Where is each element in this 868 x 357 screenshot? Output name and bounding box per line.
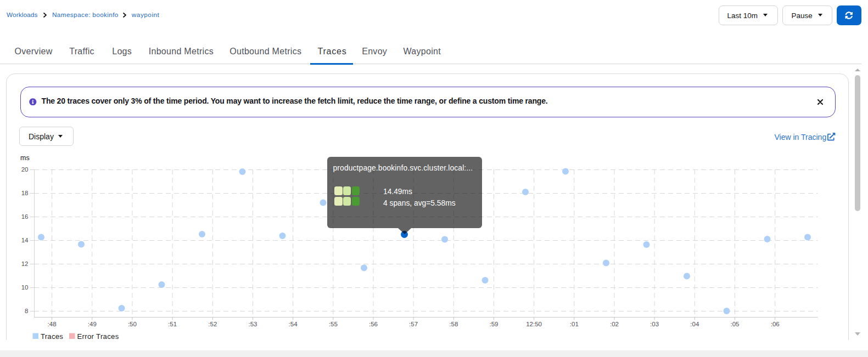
svg-text::54: :54: [289, 321, 298, 327]
svg-text::58: :58: [449, 321, 458, 327]
svg-text::59: :59: [490, 321, 499, 327]
svg-text:8: 8: [25, 308, 28, 314]
svg-text:14: 14: [21, 237, 29, 243]
svg-text::56: :56: [369, 321, 378, 327]
svg-text::01: :01: [570, 321, 579, 327]
svg-text::55: :55: [329, 321, 338, 327]
svg-text::06: :06: [771, 321, 780, 327]
svg-text::48: :48: [48, 321, 57, 327]
svg-text:20: 20: [21, 166, 29, 173]
svg-text::05: :05: [731, 321, 740, 327]
svg-text:ms: ms: [20, 154, 30, 162]
svg-text:12: 12: [21, 260, 29, 267]
svg-text::51: :51: [168, 321, 177, 327]
svg-text::50: :50: [128, 321, 137, 327]
svg-text:18: 18: [21, 190, 29, 196]
svg-text::02: :02: [610, 321, 619, 327]
svg-text:12:50: 12:50: [526, 321, 542, 327]
svg-text::03: :03: [650, 321, 659, 327]
svg-text::49: :49: [88, 321, 97, 327]
svg-text:10: 10: [21, 284, 29, 291]
svg-text:Traces: Traces: [41, 332, 63, 341]
svg-text::52: :52: [208, 321, 217, 327]
svg-text:Error Traces: Error Traces: [77, 332, 119, 341]
svg-text::53: :53: [249, 321, 257, 327]
svg-text::57: :57: [409, 321, 418, 327]
svg-text::04: :04: [690, 321, 699, 327]
svg-text:16: 16: [21, 213, 29, 220]
